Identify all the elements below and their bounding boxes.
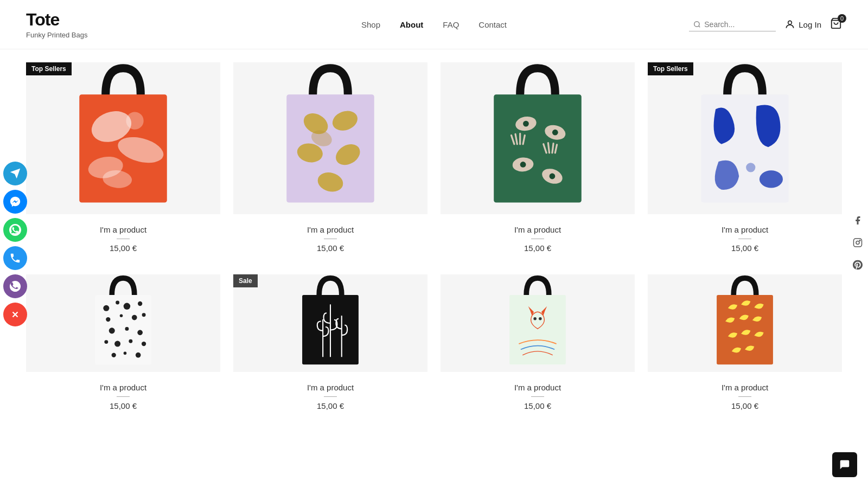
search-icon [693,21,701,28]
svg-point-47 [104,340,108,344]
logo-area: Tote Funky Printed Bags [26,10,87,39]
svg-point-45 [125,327,129,331]
product-price-1: 15,00 € [110,243,137,253]
svg-point-28 [520,162,526,168]
svg-point-42 [132,315,137,320]
product-card-1: Top Sellers I'm a product 15,00 € [26,62,220,253]
viber-button[interactable] [3,274,27,298]
product-name-3: I'm a product [514,225,561,234]
product-card-2: I'm a product 15,00 € [233,62,427,253]
svg-point-7 [856,241,859,245]
svg-point-39 [138,301,142,306]
product-name-2: I'm a product [307,225,354,234]
whatsapp-icon [9,224,21,236]
product-badge-6: Sale [233,274,258,287]
svg-point-51 [112,353,116,357]
nav-contact[interactable]: Contact [478,20,507,29]
viber-icon [9,280,21,292]
svg-point-50 [142,342,146,346]
product-name-7: I'm a product [514,383,561,392]
nav-about[interactable]: About [400,20,423,29]
product-name-6: I'm a product [307,383,354,392]
logo-title: Tote [26,10,87,30]
svg-point-24 [523,121,529,127]
login-button[interactable]: Log In [784,19,821,30]
product-image-5[interactable] [26,274,220,372]
svg-point-38 [124,303,130,310]
instagram-icon[interactable] [853,238,863,251]
svg-point-40 [106,317,110,322]
nav-faq[interactable]: FAQ [443,20,459,29]
products-grid-row2: I'm a product 15,00 € Sale [26,274,842,410]
svg-rect-6 [854,239,862,247]
svg-point-46 [137,330,143,335]
svg-point-36 [103,305,109,311]
svg-point-33 [746,163,755,172]
product-divider-3 [531,239,544,239]
svg-point-8 [859,240,860,241]
logo-subtitle: Funky Printed Bags [26,31,87,39]
svg-point-0 [694,22,699,27]
header: Tote Funky Printed Bags Shop About FAQ C… [0,0,868,49]
facebook-icon[interactable] [853,216,863,228]
product-price-4: 15,00 € [731,243,758,253]
svg-point-37 [116,300,119,304]
svg-point-30 [550,174,556,179]
product-price-3: 15,00 € [524,243,551,253]
product-divider-2 [324,239,337,239]
product-card-7: I'm a product 15,00 € [441,274,635,410]
phone-button[interactable] [3,246,27,270]
product-badge-1: Top Sellers [26,62,72,75]
main-nav: Shop About FAQ Contact [361,20,507,29]
products-grid-row1: Top Sellers I'm a product 15,00 € [26,62,842,253]
login-label: Log In [799,20,821,29]
cart-button[interactable]: 0 [830,17,842,32]
header-actions: Log In 0 [689,17,842,32]
product-card-8: I'm a product 15,00 € [648,274,842,410]
user-icon [784,19,795,30]
svg-point-2 [788,21,792,24]
messenger-button[interactable] [3,190,27,214]
product-image-2[interactable] [233,62,427,214]
product-price-5: 15,00 € [110,401,137,410]
social-sidebar [0,162,27,326]
product-divider-8 [738,396,751,397]
svg-point-13 [126,112,143,130]
product-divider-6 [324,396,337,397]
product-price-8: 15,00 € [731,401,758,410]
product-card-5: I'm a product 15,00 € [26,274,220,410]
svg-point-60 [539,317,542,320]
product-divider-4 [738,239,751,239]
svg-point-53 [136,352,141,358]
product-name-5: I'm a product [100,383,146,392]
main-content: Top Sellers I'm a product 15,00 € [0,49,868,445]
svg-point-59 [533,317,537,320]
svg-line-1 [699,26,700,28]
svg-point-48 [114,341,120,347]
pinterest-icon[interactable] [853,260,863,273]
product-image-1[interactable] [26,62,220,214]
product-name-1: I'm a product [100,225,146,234]
product-card-6: Sale I'm a product [233,274,427,410]
nav-shop[interactable]: Shop [361,20,380,29]
product-price-2: 15,00 € [317,243,344,253]
svg-point-41 [120,314,123,317]
product-image-8[interactable] [648,274,842,372]
telegram-icon [9,168,21,179]
svg-point-26 [552,130,558,136]
telegram-button[interactable] [3,162,27,185]
close-social-button[interactable] [3,303,27,326]
product-image-3[interactable] [441,62,635,214]
product-image-4[interactable] [648,62,842,214]
product-divider-1 [117,239,130,239]
product-divider-7 [531,396,544,397]
search-input[interactable] [689,18,776,31]
search-wrap [689,18,776,31]
svg-rect-22 [494,94,582,202]
product-image-6[interactable] [233,274,427,372]
whatsapp-button[interactable] [3,218,27,242]
cart-count: 0 [838,14,846,23]
product-image-7[interactable] [441,274,635,372]
svg-rect-35 [95,295,151,364]
product-name-4: I'm a product [722,225,768,234]
